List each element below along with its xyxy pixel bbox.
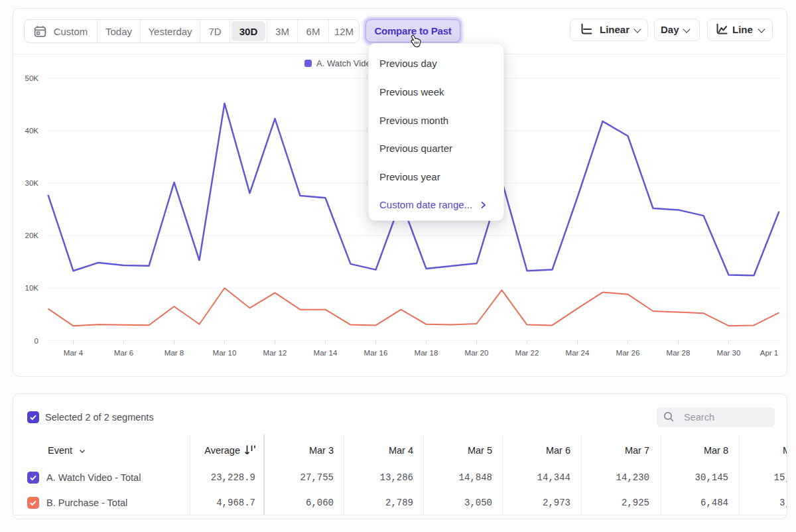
svg-text:Mar 8: Mar 8 [165,349,184,357]
svg-text:30K: 30K [25,179,39,187]
svg-text:10K: 10K [25,284,39,292]
svg-text:Mar 22: Mar 22 [515,349,539,357]
svg-text:Mar 12: Mar 12 [263,349,287,357]
svg-text:Mar 18: Mar 18 [415,349,438,357]
svg-text:Mar 10: Mar 10 [213,349,237,357]
svg-text:Apr 1: Apr 1 [760,349,779,357]
svg-text:Mar 14: Mar 14 [314,349,338,357]
svg-text:Mar 16: Mar 16 [364,349,388,357]
svg-text:Mar 28: Mar 28 [667,349,691,357]
svg-text:Mar 30: Mar 30 [717,349,741,357]
svg-text:20K: 20K [25,232,39,239]
svg-text:Mar 24: Mar 24 [566,349,590,357]
svg-text:0: 0 [34,337,38,345]
svg-text:Mar 4: Mar 4 [64,349,84,357]
svg-text:50K: 50K [25,74,39,82]
svg-text:Mar 20: Mar 20 [465,349,489,357]
svg-text:40K: 40K [25,127,39,135]
svg-text:Mar 6: Mar 6 [114,349,133,357]
svg-text:Mar 26: Mar 26 [616,349,640,357]
